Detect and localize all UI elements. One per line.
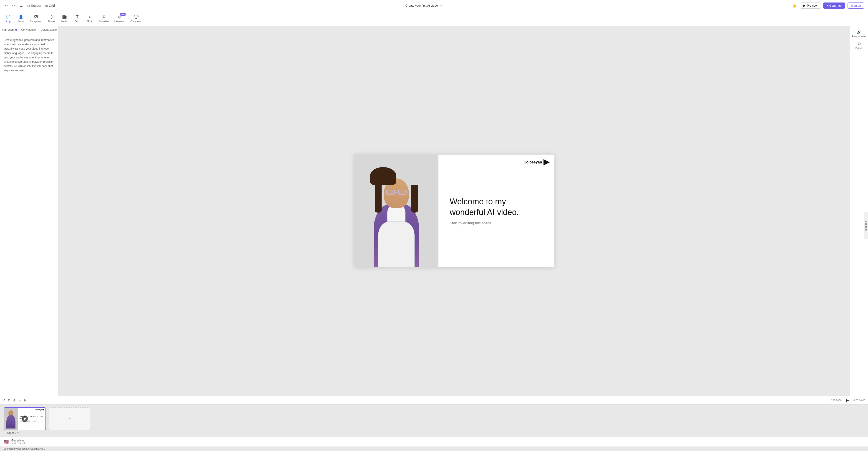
bottom-area: ↺ ⚙ ⊙ ☺ ⊕ 236/2000 ▶ 0:00 / 0:00 [0,396,868,451]
tool-transition-label: Transition [99,20,109,23]
scene-subtitle: Start by editing this scene. [450,221,543,225]
top-bar-right: 🔔 ▶ Preview + Generate Sign up [791,2,864,9]
timeline-bar: ↺ ⚙ ⊙ ☺ ⊕ 236/2000 ▶ 0:00 / 0:00 [0,396,868,405]
main-layout: Narration Conversation Upload audio Crea… [0,26,868,396]
avatar-hair-left [375,185,381,213]
save-button[interactable]: ☁ [18,3,24,8]
tool-avatar[interactable]: 👤 Avatar [14,12,27,25]
scene-canvas: Colossyan Welcome to my wonderful AI vid… [354,155,554,267]
tool-text[interactable]: T Text [71,12,84,25]
generate-button[interactable]: + Generate [823,2,845,9]
scene-1-label: Scene 1 [7,431,17,434]
redo-button[interactable]: ↪ [11,3,17,8]
scene-left [354,155,438,267]
pronunciation-panel-item[interactable]: 🔊 Pronunciation [852,30,866,38]
time-display: 0:00 / 0:00 [854,399,865,402]
thumb-avatar-wrapper [6,415,16,430]
scene-1-container: Colossyan ▶ Welcome to my wonderful AI v… [4,407,46,435]
video-length: Estimated video length: Calculating... [0,447,868,451]
avatar-info: Genevieve Adult Narration [11,439,27,445]
timeline-loop-icon[interactable]: ⊙ [13,398,16,402]
tool-avatar-label: Avatar [18,20,24,23]
tool-interaction[interactable]: NEW ⊕ Interaction [112,12,128,25]
tool-music-label: Music [87,20,93,23]
scene-edit-icon[interactable]: ✏ [17,431,19,434]
add-scene-icon: + [68,416,71,422]
pronunciation-icon: 🔊 [857,30,862,35]
shapes-icon: ⬡ [50,14,53,20]
grid-button[interactable]: ⊞ Grid [44,3,56,8]
avatar-figure [371,181,422,267]
scene-right: Colossyan Welcome to my wonderful AI vid… [438,155,554,267]
avatar-shirt [378,222,414,267]
tool-background[interactable]: 🖼 Background [27,12,45,25]
edit-title-icon[interactable]: ✏ [440,4,442,7]
tab-conversation[interactable]: Conversation [20,26,39,34]
avatar-type: Narration [18,442,27,445]
feedback-tab[interactable]: Feedback [864,213,868,238]
notifications-button[interactable]: 🔔 [791,3,798,8]
default-icon: ⚙ [857,41,861,46]
tab-upload-audio[interactable]: Upload audio [39,26,58,34]
glass-lens-left [386,190,395,195]
timeline-settings-icon[interactable]: ⚙ [8,398,11,402]
scene-logo: Colossyan [524,159,550,165]
pronunciation-label: Pronunciation [852,35,866,38]
grid-icon: ⊞ [45,4,48,7]
avatar-glasses [386,189,407,195]
script-icon: 📄 [6,14,11,20]
sidebar-tabs: Narration Conversation Upload audio [0,26,58,34]
undo-button[interactable]: ↩ [4,3,9,8]
timeline-icons: ↺ ⚙ ⊙ ☺ ⊕ [3,398,26,402]
tool-music[interactable]: ♫ Music [84,12,96,25]
thumb-avatar-body [6,415,16,428]
tool-transition[interactable]: ⧉ Transition [96,12,112,25]
preview-button[interactable]: ▶ Preview [800,2,821,9]
comments-icon: 💬 [133,14,138,20]
sidebar-description: Create dynamic, powerful and informative… [0,34,58,76]
avatar-name: Genevieve [11,439,27,442]
tool-comments[interactable]: 💬 Comments [128,12,144,25]
bell-icon: 🔔 [793,4,796,7]
glass-bridge [395,192,398,193]
signup-button[interactable]: Sign up [847,2,864,9]
timeline-add-icon[interactable]: ⊕ [24,398,26,402]
default-panel-item[interactable]: ⚙ Default [856,41,863,50]
scenes-row: Colossyan ▶ Welcome to my wonderful AI v… [0,405,868,437]
timeline-reset-icon[interactable]: ↺ [3,398,5,402]
right-panel: 🔊 Pronunciation ⚙ Default [850,26,868,396]
glass-lens-right [398,190,407,195]
resize-icon: ⊡ [27,4,30,7]
tool-media-label: Media [61,20,67,23]
tool-comments-label: Comments [130,20,142,23]
avatar-icon: 👤 [19,14,24,20]
preview-play-icon: ▶ [803,4,806,7]
tool-script[interactable]: 📄 Script [2,12,14,25]
avatar-hair-right [411,185,418,213]
play-overlay[interactable] [22,416,28,422]
thumb-logo: Colossyan ▶ [35,409,44,411]
resize-button[interactable]: ⊡ Resize [26,3,42,8]
avatar-hair-top [370,167,396,185]
tool-interaction-label: Interaction [114,20,125,23]
canvas-area: Colossyan Welcome to my wonderful AI vid… [59,26,850,396]
save-icon: ☁ [20,4,23,7]
music-icon: ♫ [89,14,92,19]
play-button[interactable]: ▶ [844,398,851,402]
top-bar-left: ↩ ↪ ☁ ⊡ Resize ⊞ Grid [4,3,56,8]
play-triangle-icon [24,417,26,420]
narration-dot [15,29,17,31]
tool-script-label: Script [5,20,11,23]
add-scene-button[interactable]: + [49,407,91,430]
tool-shapes-label: Shapes [48,20,55,23]
tool-shapes[interactable]: ⬡ Shapes [45,12,58,25]
tab-narration[interactable]: Narration [0,26,20,34]
logo-text: Colossyan [524,160,542,164]
tool-media[interactable]: 🎬 Media [58,12,71,25]
timeline-emoji-icon[interactable]: ☺ [18,398,21,402]
top-bar-center: Create your first AI video ✏ [405,4,442,7]
top-bar: ↩ ↪ ☁ ⊡ Resize ⊞ Grid Create your first … [0,0,868,11]
background-icon: 🖼 [34,14,38,19]
default-label: Default [856,47,863,50]
scene-1-thumb[interactable]: Colossyan ▶ Welcome to my wonderful AI v… [4,407,46,430]
